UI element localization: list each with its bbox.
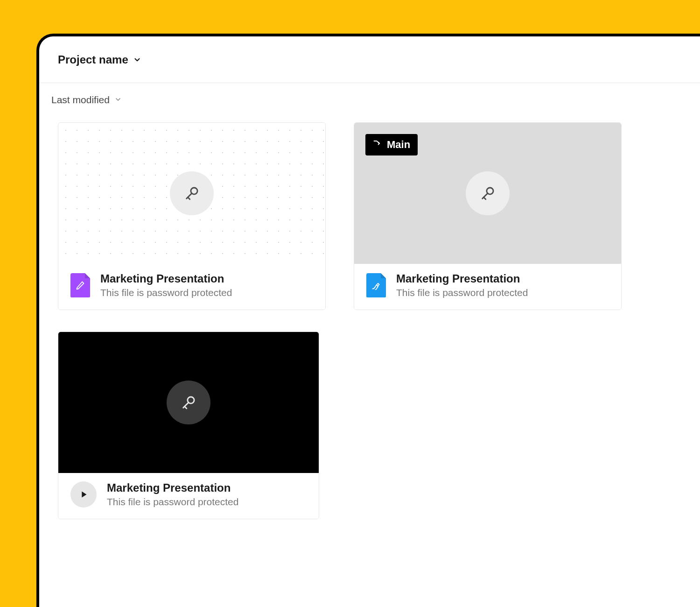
branch-label: Main	[387, 139, 410, 151]
key-icon	[167, 381, 210, 424]
file-subtitle: This file is password protected	[396, 287, 528, 298]
file-thumbnail	[58, 123, 325, 264]
branch-chip[interactable]: Main	[365, 134, 418, 155]
project-window: Project name Last modified	[36, 34, 700, 607]
svg-line-2	[188, 198, 190, 199]
branch-icon	[373, 139, 382, 151]
sort-label: Last modified	[51, 94, 110, 106]
svg-line-8	[185, 407, 187, 409]
file-card[interactable]: Main Marketin	[354, 122, 622, 310]
file-thumbnail: Main	[354, 123, 621, 264]
file-subtitle: This file is password protected	[107, 496, 238, 508]
file-meta: Marketing Presentation This file is pass…	[100, 272, 232, 298]
file-footer: Marketing Presentation This file is pass…	[354, 264, 621, 310]
chevron-down-icon	[114, 94, 122, 106]
file-card[interactable]: Marketing Presentation This file is pass…	[58, 332, 319, 519]
prototype-file-icon	[70, 481, 97, 508]
key-icon	[170, 171, 214, 215]
file-card[interactable]: Marketing Presentation This file is pass…	[58, 122, 326, 310]
sort-dropdown[interactable]: Last modified	[51, 94, 681, 106]
svg-line-5	[484, 198, 486, 199]
file-subtitle: This file is password protected	[100, 287, 232, 298]
design-file-icon	[366, 273, 386, 297]
chevron-down-icon	[133, 56, 141, 64]
file-meta: Marketing Presentation This file is pass…	[107, 481, 238, 508]
project-name-label: Project name	[58, 53, 128, 66]
file-footer: Marketing Presentation This file is pass…	[58, 473, 319, 519]
file-title: Marketing Presentation	[107, 481, 238, 494]
key-icon	[466, 171, 510, 215]
file-title: Marketing Presentation	[396, 272, 528, 285]
file-thumbnail	[58, 332, 319, 473]
toolbar: Last modified	[39, 83, 700, 106]
files-grid: Marketing Presentation This file is pass…	[39, 106, 640, 538]
header: Project name	[39, 36, 700, 83]
file-title: Marketing Presentation	[100, 272, 232, 285]
svg-marker-9	[82, 492, 86, 498]
figjam-file-icon	[70, 273, 90, 297]
project-name-dropdown[interactable]: Project name	[58, 53, 141, 66]
file-meta: Marketing Presentation This file is pass…	[396, 272, 528, 298]
file-footer: Marketing Presentation This file is pass…	[58, 264, 325, 310]
